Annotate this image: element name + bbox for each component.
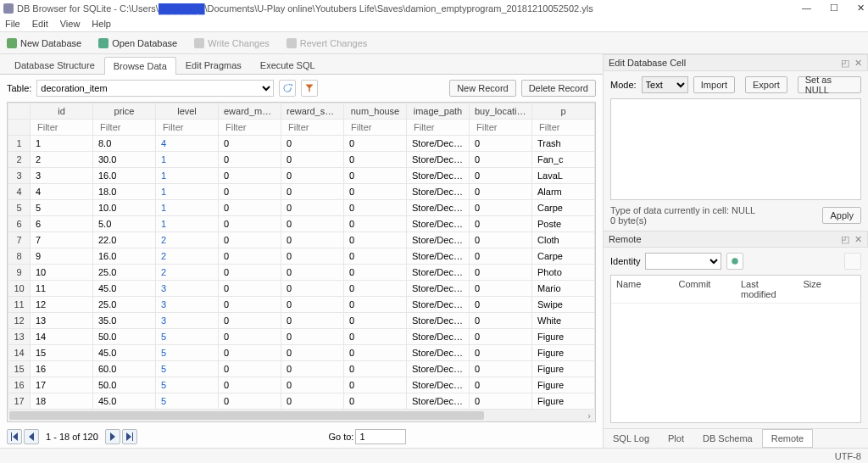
nav-next-button[interactable]: [105, 429, 120, 444]
nav-first-button[interactable]: [7, 429, 22, 444]
menu-file[interactable]: File: [5, 19, 20, 29]
mode-select[interactable]: Text: [642, 76, 688, 93]
table-select[interactable]: decoration_item: [36, 80, 274, 97]
undock-remote-icon[interactable]: ◰: [841, 234, 849, 245]
remote-col-size: Size: [798, 276, 861, 303]
col-eward_motivatio[interactable]: eward_motivatio: [219, 103, 281, 120]
filter-input[interactable]: [349, 121, 401, 133]
filter-input[interactable]: [287, 121, 338, 133]
title-prefix: DB Browser for SQLite - C:\Users\: [17, 3, 159, 14]
goto-input[interactable]: [355, 429, 406, 444]
table-row[interactable]: 91025.02000Store/Deco_R...0Photo: [8, 265, 595, 281]
identity-label: Identity: [610, 256, 640, 266]
revert-icon: [287, 38, 297, 48]
rtab-remote[interactable]: Remote: [762, 429, 814, 448]
remote-header: Remote ◰✕: [604, 231, 868, 248]
refresh-button[interactable]: [279, 80, 296, 97]
filter-input[interactable]: [224, 121, 275, 133]
filter-input[interactable]: [36, 121, 87, 133]
open-database-button[interactable]: Open Database: [98, 38, 177, 48]
toolbar: New Database Open Database Write Changes…: [0, 31, 868, 54]
close-remote-icon[interactable]: ✕: [854, 234, 862, 245]
col-level[interactable]: level: [156, 103, 219, 120]
table-row[interactable]: 161750.05000Store/Deco_R...0Figure: [8, 377, 595, 393]
filter-input[interactable]: [98, 121, 150, 133]
table-row[interactable]: 5510.01000Store/Deco_R...0Carpe: [8, 200, 595, 216]
goto-label: Go to:: [328, 432, 353, 442]
delete-record-button[interactable]: Delete Record: [521, 80, 596, 97]
remote-title: Remote: [609, 234, 642, 244]
identity-select[interactable]: [645, 253, 721, 270]
col-buy_location[interactable]: buy_location: [470, 103, 532, 120]
table-row[interactable]: 4418.01000Store/Deco_R...0Alarm: [8, 184, 595, 200]
table-row[interactable]: 151660.05000Store/Deco_R...0Figure: [8, 361, 595, 377]
filter-input[interactable]: [475, 121, 526, 133]
remote-list[interactable]: Name Commit Last modified Size: [610, 275, 861, 423]
table-row[interactable]: 2230.01000Store/Deco_R...0Fan_c: [8, 152, 595, 168]
menu-edit[interactable]: Edit: [32, 19, 48, 29]
menu-help[interactable]: Help: [92, 19, 111, 29]
set-null-button[interactable]: Set as NULL: [798, 76, 861, 93]
remote-push-button[interactable]: [844, 253, 861, 270]
nav-prev-button[interactable]: [24, 429, 39, 444]
remote-refresh-button[interactable]: [726, 253, 743, 270]
right-tabs: SQL Log Plot DB Schema Remote: [604, 428, 868, 448]
statusbar: UTF-8: [0, 448, 868, 463]
cell-editor[interactable]: [610, 98, 861, 200]
table-row[interactable]: 118.04000Store/Deco_R...0Trash: [8, 136, 595, 152]
col-image_path[interactable]: image_path: [407, 103, 470, 120]
filter-input[interactable]: [537, 121, 589, 133]
col-price[interactable]: price: [93, 103, 156, 120]
tab-edit-pragmas[interactable]: Edit Pragmas: [176, 56, 251, 74]
table-row[interactable]: 131450.05000Store/Deco_R...0Figure: [8, 329, 595, 345]
open-db-icon: [98, 38, 108, 48]
edit-cell-title: Edit Database Cell: [609, 58, 686, 68]
filter-input[interactable]: [412, 121, 464, 133]
titlebar: DB Browser for SQLite - C:\Users\███████…: [0, 0, 868, 17]
maximize-button[interactable]: ☐: [830, 3, 838, 14]
apply-button[interactable]: Apply: [822, 207, 861, 224]
table-row[interactable]: 8916.02000Store/Deco_R...0Carpe: [8, 248, 595, 265]
import-button[interactable]: Import: [693, 76, 735, 93]
remote-col-commit: Commit: [674, 276, 737, 303]
table-label: Table:: [7, 83, 31, 93]
horizontal-scrollbar[interactable]: ›: [8, 410, 595, 421]
revert-changes-button[interactable]: Revert Changes: [287, 38, 368, 48]
tab-database-structure[interactable]: Database Structure: [5, 56, 104, 74]
new-record-button[interactable]: New Record: [449, 80, 516, 97]
export-button[interactable]: Export: [745, 76, 787, 93]
rtab-plot[interactable]: Plot: [659, 429, 693, 448]
data-grid[interactable]: idpriceleveleward_motivatioreward_social…: [7, 102, 596, 422]
table-row[interactable]: 171845.05000Store/Deco_R...0Figure: [8, 393, 595, 410]
undock-icon[interactable]: ◰: [841, 58, 849, 69]
app-icon: [3, 3, 14, 14]
write-changes-button[interactable]: Write Changes: [194, 38, 270, 48]
main-tabs: Database Structure Browse Data Edit Prag…: [0, 54, 603, 75]
col-id[interactable]: id: [31, 103, 93, 120]
svg-point-0: [732, 258, 739, 265]
nav-last-button[interactable]: [122, 429, 137, 444]
table-row[interactable]: 665.01000Store/Deco_R...0Poste: [8, 216, 595, 232]
table-row[interactable]: 121335.03000Store/Deco_R...0White: [8, 313, 595, 329]
col-reward_social[interactable]: reward_social: [281, 103, 344, 120]
col-p[interactable]: p: [532, 103, 595, 120]
new-database-button[interactable]: New Database: [7, 38, 81, 48]
rtab-db-schema[interactable]: DB Schema: [693, 429, 762, 448]
table-row[interactable]: 111225.03000Store/Deco_R...0Swipe: [8, 297, 595, 313]
minimize-button[interactable]: —: [802, 3, 811, 14]
close-button[interactable]: ✕: [857, 3, 865, 14]
rtab-sql-log[interactable]: SQL Log: [604, 429, 659, 448]
col-num_house[interactable]: num_house: [344, 103, 407, 120]
table-row[interactable]: 3316.01000Store/Deco_R...0LavaL: [8, 168, 595, 184]
tab-browse-data[interactable]: Browse Data: [104, 57, 176, 75]
filter-input[interactable]: [161, 121, 213, 133]
table-row[interactable]: 7722.02000Store/Deco_R...0Cloth: [8, 232, 595, 248]
menu-view[interactable]: View: [60, 19, 81, 29]
right-pane: Edit Database Cell ◰✕ Mode: Text Import …: [604, 54, 868, 448]
table-row[interactable]: 141545.05000Store/Deco_R...0Figure: [8, 345, 595, 361]
tab-execute-sql[interactable]: Execute SQL: [251, 56, 325, 74]
encoding-indicator: UTF-8: [835, 451, 861, 461]
table-row[interactable]: 101145.03000Store/Deco_R...0Mario: [8, 281, 595, 297]
clear-filters-button[interactable]: [301, 80, 318, 97]
close-panel-icon[interactable]: ✕: [854, 58, 862, 69]
